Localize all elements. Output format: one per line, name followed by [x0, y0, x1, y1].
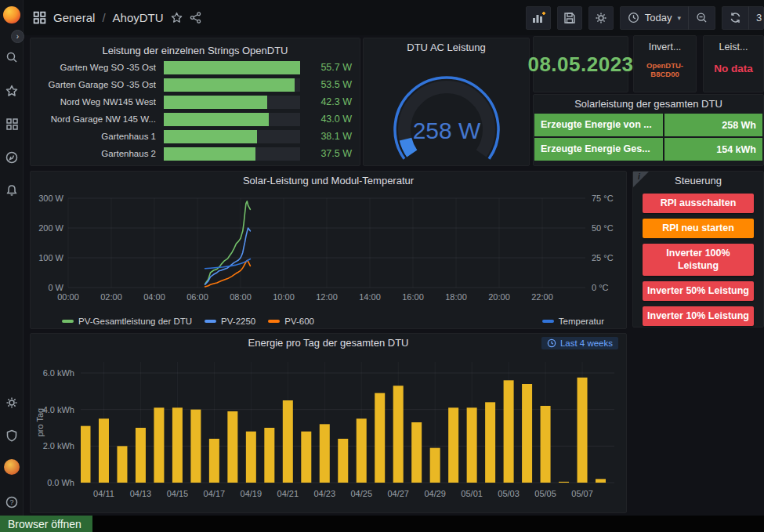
panel-info-corner[interactable]	[633, 172, 649, 187]
dashboard-grid-icon[interactable]	[33, 11, 46, 24]
time-override-badge: Last 4 weeks	[541, 337, 618, 349]
energy-bar	[467, 407, 477, 483]
legend-item[interactable]: Temperatur	[542, 317, 604, 326]
dashboard-settings-button[interactable]	[588, 6, 614, 30]
energy-bars-svg: 0.0 Wh2.0 kWh4.0 kWh6.0 kWh04/1104/1304/…	[31, 353, 625, 509]
panel-title: Leist...	[704, 42, 763, 56]
string-label: Gartenhaus 1	[38, 132, 156, 141]
svg-text:05/01: 05/01	[461, 489, 483, 498]
panel-timeseries: Solar-Leistung und Modul-Temperatur 00:0…	[30, 171, 627, 329]
admin-shield-icon[interactable]	[0, 424, 24, 447]
energy-bar	[522, 384, 532, 483]
panel-date-stat: 08.05.2023	[533, 36, 628, 92]
grafana-logo[interactable]	[3, 6, 20, 24]
panel-strings-bargauge: Leistung der einzelnen Strings OpenDTU G…	[30, 38, 360, 166]
clock-icon	[628, 12, 639, 24]
top-navbar: General / AhoyDTU	[24, 0, 764, 35]
gauge-svg: 258 W	[364, 57, 529, 162]
svg-text:04/13: 04/13	[130, 489, 152, 498]
star-icon[interactable]	[0, 79, 24, 103]
save-dashboard-button[interactable]	[557, 6, 582, 30]
energy-bar	[448, 407, 458, 483]
svg-text:04/23: 04/23	[314, 489, 336, 498]
explore-compass-icon[interactable]	[0, 146, 24, 169]
string-value: 55.7 W	[308, 62, 352, 73]
clock-icon	[547, 338, 556, 348]
string-label: Nord Weg NW145 West	[38, 97, 156, 107]
svg-text:05/07: 05/07	[571, 489, 593, 498]
svg-text:75 °C: 75 °C	[592, 194, 614, 203]
panel-title: Solar-Leistung und Modul-Temperatur	[31, 172, 626, 190]
energy-bar	[578, 378, 588, 483]
string-value: 37.5 W	[308, 148, 352, 159]
alerts-bell-icon[interactable]	[0, 179, 24, 202]
sidebar-expand-button[interactable]: ›	[11, 30, 24, 43]
svg-text:02:00: 02:00	[100, 292, 122, 302]
legend-item[interactable]: PV-2250	[205, 317, 255, 326]
svg-text:10:00: 10:00	[273, 292, 295, 302]
panel-leistung-stat: Leist... No data	[703, 35, 764, 92]
energy-bar	[283, 400, 293, 483]
breadcrumb-separator: /	[102, 11, 105, 24]
bargauge-fill	[164, 113, 269, 126]
refresh-interval-label[interactable]: 3	[748, 6, 763, 30]
rpi-ausschalten-button[interactable]: RPI ausschalten	[643, 194, 754, 213]
bargauge-fill	[164, 61, 300, 74]
breadcrumb-folder[interactable]: General	[53, 11, 95, 24]
solar-row-value: 258 Wh	[664, 120, 762, 131]
timeseries-svg: 00:0002:0004:0006:0008:0010:0012:0014:00…	[31, 190, 625, 309]
panel-title: DTU AC Leistung	[364, 38, 529, 57]
solar-row-label: Erzeugte Energie von ...	[534, 114, 664, 136]
legend-item[interactable]: PV-Gesamtleistung der DTU	[62, 317, 192, 326]
svg-text:200 W: 200 W	[38, 223, 63, 233]
panel-ac-gauge: DTU AC Leistung 258 W	[363, 38, 530, 166]
svg-text:100 W: 100 W	[38, 253, 63, 262]
user-avatar[interactable]	[4, 459, 20, 475]
inverter-100-leistung-button[interactable]: Inverter 100% Leistung	[643, 244, 754, 276]
dashboards-icon[interactable]	[0, 112, 24, 136]
legend-label: Temperatur	[559, 317, 604, 326]
svg-text:05/03: 05/03	[498, 489, 520, 498]
add-panel-button[interactable]	[526, 6, 551, 30]
svg-text:06:00: 06:00	[186, 292, 208, 302]
badge-label: Last 4 weeks	[560, 338, 613, 348]
bargauge-fill	[164, 147, 255, 161]
time-range-label: Today	[645, 12, 672, 24]
energy-bar	[541, 406, 551, 483]
energy-bar	[301, 432, 311, 483]
time-range-picker[interactable]: Today ▾	[621, 6, 688, 30]
panel-title: Steuerung	[633, 172, 763, 190]
y-axis-label: pro Tag	[35, 408, 45, 437]
svg-text:04/25: 04/25	[350, 489, 372, 498]
svg-text:25 °C: 25 °C	[592, 253, 614, 262]
no-data-value: No data	[704, 63, 763, 74]
energy-bar	[264, 428, 274, 483]
refresh-button[interactable]	[722, 6, 748, 30]
energy-bar	[227, 411, 237, 483]
legend-swatch	[62, 320, 74, 323]
grafana-dashboard: ? › General / AhoyDTU	[0, 0, 764, 532]
energy-bar	[136, 428, 146, 483]
string-value: 42.3 W	[308, 96, 352, 107]
string-value: 43.0 W	[308, 114, 352, 125]
help-icon[interactable]: ?	[0, 490, 24, 514]
rpi-neu-starten-button[interactable]: RPI neu starten	[643, 219, 754, 238]
share-icon[interactable]	[190, 12, 201, 24]
series-line	[205, 228, 251, 284]
energy-bar	[357, 418, 367, 483]
legend-item[interactable]: PV-600	[268, 317, 314, 326]
energy-bar	[81, 426, 91, 483]
zoom-out-time-button[interactable]	[688, 6, 715, 30]
panel-title: Leistung der einzelnen Strings OpenDTU	[38, 42, 352, 60]
legend-label: PV-2250	[221, 317, 255, 326]
favorite-star-icon[interactable]	[171, 12, 183, 24]
inverter-10-leistung-button[interactable]: Inverter 10% Leistung	[643, 306, 754, 326]
svg-text:0 W: 0 W	[48, 283, 63, 292]
panel-energy-per-day: Energie pro Tag der gesamten DTU Last 4 …	[30, 333, 627, 513]
breadcrumb-dashboard-title[interactable]: AhoyDTU	[113, 11, 164, 24]
search-icon[interactable]	[0, 45, 24, 69]
svg-text:2.0 kWh: 2.0 kWh	[43, 441, 74, 451]
inverter-50-leistung-button[interactable]: Inverter 50% Leistung	[643, 281, 754, 301]
energy-bar	[209, 439, 219, 483]
settings-gear-icon[interactable]	[0, 391, 24, 414]
